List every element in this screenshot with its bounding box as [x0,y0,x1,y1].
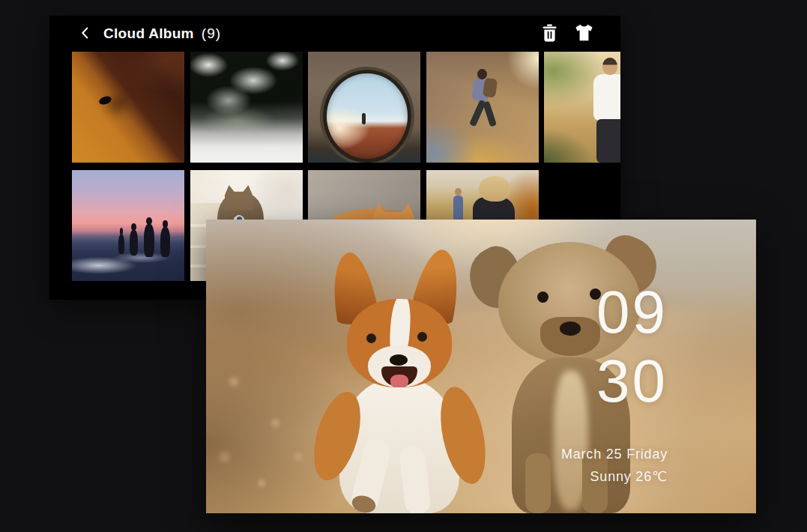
delete-button[interactable] [539,24,559,43]
clock-minute: 30 [561,347,668,416]
clock-weather: Sunny 26℃ [561,465,668,488]
photo-thumbnail[interactable] [72,170,184,281]
hiker-legs [470,98,500,131]
photo-thumbnail[interactable] [544,52,620,163]
corgi-nose [390,354,408,366]
father-figure [593,74,620,121]
clock-date: March 25 Friday [561,443,668,465]
page-background: Cloud Album (9) [0,0,807,532]
back-button[interactable] [76,25,94,43]
corgi-eye [417,332,427,342]
photo-count: (9) [202,25,221,42]
clothes-button[interactable] [574,24,593,43]
chevron-left-icon [77,25,94,43]
beach-silhouette [118,235,124,254]
trash-icon [542,24,557,44]
corgi-dog [318,250,483,513]
terrier-leg [525,453,551,513]
beach-silhouette [130,230,138,256]
corgi-head [347,299,452,387]
photo-thumbnail[interactable] [190,52,303,163]
screensaver-card[interactable]: 09 30 March 25 Friday Sunny 26℃ [206,220,756,513]
beach-silhouette [160,227,170,257]
photo-thumbnail[interactable] [426,52,539,163]
page-title: Cloud Album [103,25,194,42]
album-header: Cloud Album (9) [49,16,620,52]
photo-thumbnail[interactable] [72,52,184,163]
clock-overlay: 09 30 March 25 Friday Sunny 26℃ [561,278,668,488]
beach-silhouette [144,224,154,257]
corgi-eye [366,333,376,343]
clock-hour: 09 [561,278,668,347]
header-actions [539,24,593,43]
photo-thumbnail[interactable] [308,52,420,163]
terrier-eye [537,291,548,303]
tshirt-icon [575,24,593,43]
